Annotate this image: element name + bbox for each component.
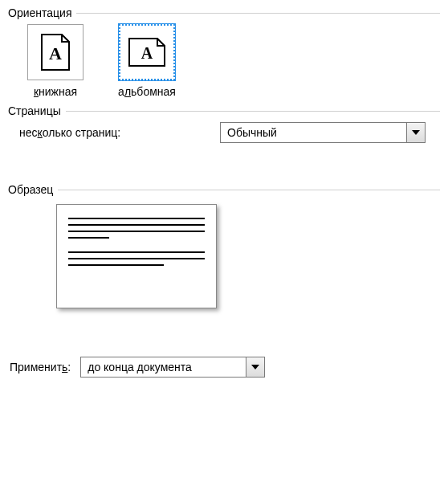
apply-to-combo[interactable]: до конца документа xyxy=(80,357,265,378)
svg-text:A: A xyxy=(49,43,62,63)
pages-group-label: Страницы xyxy=(8,104,66,117)
svg-marker-5 xyxy=(251,365,259,369)
orientation-landscape-option[interactable]: A альбомная xyxy=(111,24,183,98)
divider xyxy=(66,111,440,112)
divider xyxy=(58,190,440,190)
landscape-icon: A xyxy=(119,24,175,80)
orientation-group-header: Ориентация xyxy=(8,6,440,19)
page-preview xyxy=(56,204,217,308)
landscape-label: альбомная xyxy=(118,85,176,98)
svg-text:A: A xyxy=(141,44,153,62)
portrait-icon: A xyxy=(27,24,83,80)
multiple-pages-label: несколько страниц: xyxy=(19,126,220,139)
svg-marker-4 xyxy=(412,130,420,135)
divider xyxy=(76,13,440,14)
orientation-group-label: Ориентация xyxy=(8,6,76,19)
orientation-options: A книжная A альбомная xyxy=(19,24,440,98)
apply-to-value: до конца документа xyxy=(81,361,246,374)
chevron-down-icon xyxy=(406,123,425,142)
preview-group-header: Образец xyxy=(8,183,440,196)
preview-group-label: Образец xyxy=(8,183,58,196)
multiple-pages-combo[interactable]: Обычный xyxy=(220,122,426,143)
portrait-label: книжная xyxy=(34,85,77,98)
apply-to-label: Применить: xyxy=(10,361,71,374)
pages-group-header: Страницы xyxy=(8,104,440,117)
chevron-down-icon xyxy=(246,357,264,377)
orientation-portrait-option[interactable]: A книжная xyxy=(19,24,92,98)
multiple-pages-value: Обычный xyxy=(221,126,406,139)
